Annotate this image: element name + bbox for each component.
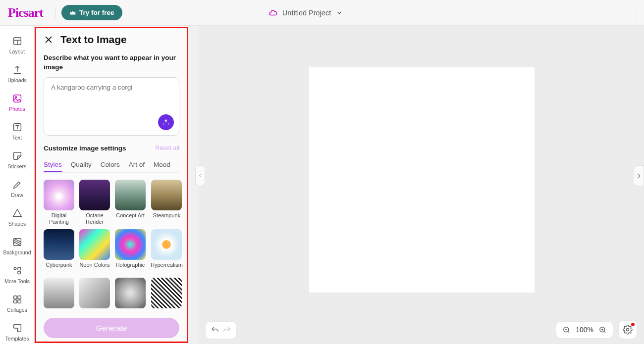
canvas[interactable]	[309, 67, 535, 293]
history-toolbar	[205, 321, 237, 339]
style-thumb	[44, 180, 74, 210]
style-label: Neon Colors	[79, 262, 109, 274]
sidebar-item-more-tools[interactable]: More Tools	[0, 262, 34, 291]
sidebar-item-text[interactable]: Text	[0, 119, 34, 147]
sidebar-label: Layout	[9, 49, 25, 54]
style-item[interactable]	[79, 278, 110, 322]
try-for-free-button[interactable]: Try for free	[61, 5, 122, 20]
style-label: Cyberpunk	[46, 262, 72, 274]
style-thumb	[79, 180, 110, 210]
divider	[636, 6, 636, 20]
tab-quality[interactable]: Quality	[71, 158, 92, 172]
sidebar-item-stickers[interactable]: Stickers	[0, 147, 34, 176]
prompt-box	[44, 77, 179, 136]
style-cyberpunk[interactable]: Cyberpunk	[44, 229, 74, 274]
zoom-out-icon[interactable]	[562, 326, 571, 334]
sidebar-item-uploads[interactable]: Uploads	[0, 61, 34, 90]
style-thumb	[44, 278, 74, 308]
tab-mood[interactable]: Mood	[154, 158, 170, 172]
cloud-icon	[268, 8, 277, 17]
style-item[interactable]	[115, 278, 146, 322]
close-icon[interactable]	[44, 35, 54, 45]
generate-button[interactable]: Generate	[44, 318, 179, 338]
style-label: Octane Render	[79, 212, 110, 225]
chevron-down-icon	[336, 9, 343, 16]
gear-icon	[623, 325, 633, 335]
style-thumb	[79, 229, 110, 260]
style-holographic[interactable]: Holographic	[115, 229, 146, 274]
settings-button[interactable]	[618, 320, 637, 339]
style-thumb	[151, 278, 182, 308]
sidebar-item-draw[interactable]: Draw	[0, 176, 34, 205]
sidebar-item-templates[interactable]: Templates	[0, 320, 34, 344]
prompt-label: Describe what you want to appear in your…	[44, 53, 179, 72]
style-label: Holographic	[116, 262, 145, 274]
svg-point-14	[627, 329, 629, 331]
svg-point-2	[15, 97, 16, 98]
style-thumb	[151, 229, 182, 260]
sidebar-item-background[interactable]: Background	[0, 234, 34, 262]
style-neon-colors[interactable]: Neon Colors	[79, 229, 110, 274]
chevron-left-icon	[197, 173, 203, 179]
settings-tabs: Styles Quality Colors Art of Mood	[44, 158, 179, 173]
left-sidebar: Layout Uploads Photos Text Stickers Draw…	[0, 26, 35, 344]
style-octane-render[interactable]: Octane Render	[79, 180, 110, 225]
customize-label: Customize image settings	[44, 145, 126, 152]
notification-dot	[631, 323, 635, 326]
prompt-input[interactable]	[51, 84, 172, 108]
enhance-prompt-button[interactable]	[158, 114, 174, 130]
style-hyperrealism[interactable]: Hyperrealism	[151, 229, 183, 274]
text-icon	[12, 122, 23, 133]
sidebar-item-collages[interactable]: Collages	[0, 291, 34, 320]
svg-point-5	[14, 267, 16, 270]
tab-styles[interactable]: Styles	[44, 158, 62, 172]
generate-bar: Generate	[44, 318, 179, 338]
style-thumb	[151, 180, 182, 210]
style-item[interactable]	[151, 278, 183, 322]
svg-rect-6	[17, 271, 20, 274]
zoom-controls: 100%	[556, 321, 613, 339]
sidebar-label: Uploads	[7, 77, 27, 83]
canvas-area: 100%	[199, 26, 644, 344]
sparkle-icon	[162, 118, 170, 126]
sidebar-item-shapes[interactable]: Shapes	[0, 205, 34, 234]
collages-icon	[12, 294, 23, 305]
more-tools-icon	[12, 265, 23, 276]
style-steampunk[interactable]: Steampunk	[151, 180, 183, 225]
sidebar-item-layout[interactable]: Layout	[0, 33, 34, 61]
style-label: Digital Painting	[44, 212, 74, 225]
expand-right-panel-button[interactable]	[634, 165, 644, 186]
sidebar-label: Stickers	[8, 163, 26, 169]
style-label: Hyperrealism	[151, 262, 183, 274]
style-digital-painting[interactable]: Digital Painting	[44, 180, 74, 225]
tab-art-of[interactable]: Art of	[129, 158, 145, 172]
style-thumb	[115, 229, 146, 260]
sidebar-label: Background	[3, 249, 31, 255]
sidebar-label: Draw	[11, 192, 23, 198]
style-item[interactable]	[44, 278, 74, 322]
svg-rect-8	[13, 296, 16, 299]
try-label: Try for free	[79, 9, 114, 16]
style-concept-art[interactable]: Concept Art	[115, 180, 146, 225]
sidebar-item-photos[interactable]: Photos	[0, 90, 34, 119]
panel-wrap: Text to Image Describe what you want to …	[35, 26, 199, 344]
zoom-level[interactable]: 100%	[576, 326, 593, 334]
shapes-icon	[12, 208, 23, 219]
project-title[interactable]: Untitled Project	[268, 8, 343, 17]
zoom-in-icon[interactable]	[598, 326, 607, 334]
style-thumb	[115, 278, 146, 308]
collapse-panel-button[interactable]	[195, 165, 205, 186]
sidebar-label: Shapes	[8, 221, 26, 227]
bottom-right-toolbar: 100%	[556, 320, 637, 339]
photos-icon	[12, 93, 23, 104]
tab-colors[interactable]: Colors	[101, 158, 120, 172]
redo-icon[interactable]	[222, 326, 231, 335]
reset-all-button[interactable]: Reset all	[155, 145, 179, 151]
top-bar: Picsart Try for free Untitled Project	[0, 0, 644, 26]
undo-icon[interactable]	[211, 326, 219, 335]
text-to-image-panel: Text to Image Describe what you want to …	[35, 26, 188, 344]
svg-rect-10	[13, 300, 16, 303]
style-thumb	[44, 229, 74, 260]
panel-header: Text to Image	[44, 34, 179, 46]
style-label: Concept Art	[116, 212, 144, 224]
